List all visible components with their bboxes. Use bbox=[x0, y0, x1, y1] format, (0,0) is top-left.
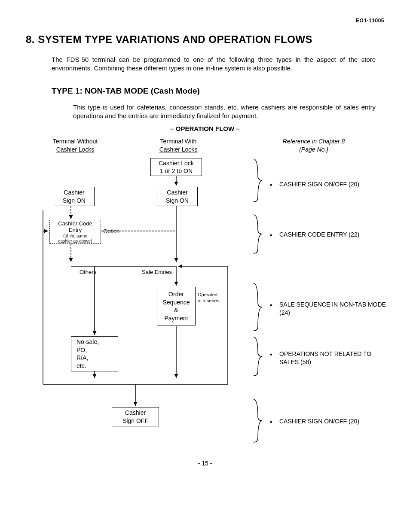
page-heading: 8. SYSTEM TYPE VARIATIONS AND OPERATION … bbox=[26, 33, 384, 46]
type1-description: This type is used for cafeterias, conces… bbox=[73, 103, 376, 121]
col-reference: Reference in Chapter 8 (Page No.) bbox=[271, 137, 357, 154]
type1-heading: TYPE 1: NON-TAB MODE (Cash Mode) bbox=[52, 85, 384, 97]
col-with-locks: Terminal With Cashier Locks bbox=[150, 137, 206, 154]
ref-sale-sequence: SALE SEQUENCE IN NON-TAB MODE (24) bbox=[279, 301, 387, 317]
code-entry-sub: (of the same cashier as above) bbox=[58, 234, 92, 244]
page-number: - 15 - bbox=[26, 459, 384, 468]
box-signoff: Cashier Sign OFF bbox=[112, 407, 159, 426]
doc-id: EO1-11005 bbox=[26, 17, 384, 24]
operation-flow-label: – OPERATION FLOW – bbox=[26, 125, 384, 133]
ref-operations: OPERATIONS NOT RELATED TO SALES (58) bbox=[279, 350, 387, 366]
intro-paragraph: The FDS-50 terminal can be programmed to… bbox=[52, 55, 376, 73]
label-operated-series: Operated in a series. bbox=[198, 292, 220, 303]
box-cashier-code-entry: Cashier Code Entry (of the same cashier … bbox=[49, 220, 101, 244]
label-sale-entries: Sale Entries bbox=[142, 268, 172, 276]
ref-code-entry: CASHIER CODE ENTRY (22) bbox=[279, 231, 387, 239]
box-signon-without: Cashier Sign ON bbox=[54, 187, 95, 206]
box-order-sequence: Order Sequence & Payment bbox=[157, 287, 196, 325]
box-cashier-lock: Cashier Lock 1 or 2 to ON bbox=[150, 158, 202, 176]
ref-signon: CASHIER SIGN ON/OFF (20) bbox=[279, 180, 387, 188]
code-entry-main: Cashier Code Entry bbox=[58, 220, 92, 234]
label-option: Option bbox=[103, 228, 119, 235]
box-signon-with: Cashier Sign ON bbox=[157, 187, 198, 206]
col-without-locks: Terminal Without Cashier Locks bbox=[47, 137, 103, 154]
box-nosale: No-sale, PO, R/A, etc. bbox=[71, 336, 118, 371]
flow-diagram: Terminal Without Cashier Locks Terminal … bbox=[30, 137, 384, 455]
label-others: Others bbox=[80, 268, 96, 276]
ref-signoff: CASHIER SIGN ON/OFF (20) bbox=[279, 417, 387, 426]
